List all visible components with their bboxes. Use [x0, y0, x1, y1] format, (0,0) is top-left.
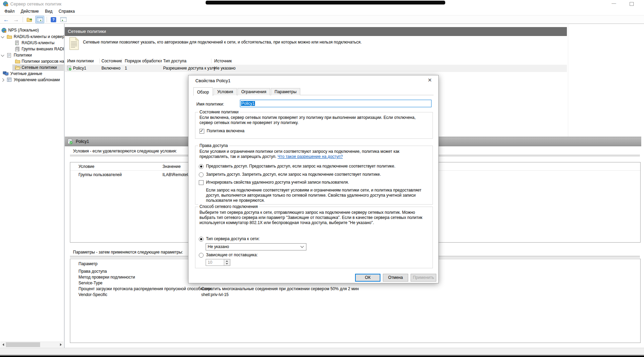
policy-properties-dialog: Свойства Policy1 ✕ Обзор Условия Огранич…	[188, 75, 439, 283]
apply-button[interactable]: Применить	[411, 274, 436, 282]
setting-value[interactable]: Сократить многоканальные соединения при …	[201, 286, 359, 292]
policy-list-row-policy1[interactable]: Policy1 Включено 1 Разрешение доступа к …	[65, 65, 567, 72]
tab-overview[interactable]: Обзор	[193, 87, 213, 96]
description-doc-icon	[69, 37, 79, 51]
policy-check-icon	[67, 65, 72, 72]
forward-button[interactable]: →	[12, 16, 20, 23]
dropdown-value: Не указано	[208, 244, 229, 249]
restore-icon	[630, 2, 634, 6]
grant-access-radio-row[interactable]: Предоставить доступ. Предоставить доступ…	[199, 164, 428, 169]
radio-selected-icon[interactable]	[199, 164, 204, 169]
checkbox-checked-icon[interactable]	[199, 129, 204, 134]
policy-doc-icon	[7, 53, 11, 59]
policy-enabled-checkbox-row[interactable]: Политика включена	[199, 128, 244, 134]
nps-console-window: Сервер сетевых политик — Файл Действие В…	[0, 0, 644, 357]
settings-section-label: Параметры - затем применяются следующие …	[73, 250, 183, 255]
tab-settings[interactable]: Параметры	[271, 88, 300, 95]
server-type-radio-row[interactable]: Тип сервера доступа к сети:	[199, 236, 260, 242]
scroll-left-button[interactable]	[0, 342, 6, 347]
tree-item-label: Сетевые политики	[22, 64, 57, 71]
tree-item-policies[interactable]: Политики	[0, 52, 64, 59]
access-permission-group: Права доступа Если условия и ограничения…	[195, 146, 433, 205]
vendor-specific-radio-row[interactable]: Зависящие от поставщика:	[199, 253, 258, 258]
menu-action[interactable]: Действие	[18, 8, 42, 14]
server-type-label: Тип сервера доступа к сети:	[206, 236, 260, 242]
radio-selected-icon[interactable]	[199, 237, 204, 242]
scroll-right-button[interactable]	[58, 342, 63, 347]
actions-pane-divider	[568, 24, 568, 137]
chevron-down-icon[interactable]	[1, 53, 4, 57]
menu-file[interactable]: Файл	[1, 8, 18, 14]
setting-name[interactable]: Процент загрузки протокола распределения…	[78, 286, 211, 292]
checkbox-unchecked-icon[interactable]	[199, 180, 204, 185]
chevron-right-icon[interactable]	[1, 78, 4, 82]
tree-item-connection-request-policies[interactable]: Политики запросов на подключение	[0, 58, 64, 65]
connection-method-legend: Способ сетевого подключения	[198, 204, 259, 209]
chevron-down-icon[interactable]	[1, 35, 4, 38]
radio-unselected-icon[interactable]	[199, 253, 204, 258]
ignore-dialin-checkbox-row[interactable]: Игнорировать свойства удаленного доступа…	[199, 180, 428, 185]
tree-item-templates-management[interactable]: Управление шаблонами	[0, 77, 64, 83]
tree-item-accounting[interactable]: Учетные данные	[0, 71, 64, 77]
menu-view[interactable]: Вид	[42, 8, 56, 14]
row-policy-source: Не указано	[214, 65, 235, 72]
tree-item-radius-clients[interactable]: RADIUS-клиенты	[0, 40, 64, 46]
setting-name[interactable]: Vendor-Specific	[78, 292, 107, 297]
policy-state-legend: Состояние политики	[198, 110, 240, 115]
column-header-access[interactable]: Тип доступа	[163, 58, 186, 64]
server-type-dropdown[interactable]: Не указано	[206, 243, 306, 250]
row-policy-access: Разрешение доступа к узлу	[163, 65, 216, 72]
help-button[interactable]: ?	[49, 16, 58, 23]
menu-help[interactable]: Справка	[56, 8, 78, 14]
conditions-col-value: Значение	[162, 164, 181, 169]
condition-name[interactable]: Группы пользователей	[78, 172, 122, 177]
setting-value[interactable]: shell:priv-lvl-15	[201, 292, 229, 297]
server-group-icon	[15, 47, 20, 52]
show-console-tree-button[interactable]	[35, 16, 44, 23]
column-header-state[interactable]: Состояние	[101, 58, 122, 64]
vendor-specific-label: Зависящие от поставщика:	[206, 253, 258, 258]
minimize-button[interactable]: —	[607, 0, 621, 8]
scroll-right-icon	[60, 343, 62, 346]
tab-conditions[interactable]: Условия	[214, 88, 237, 95]
column-header-name[interactable]: Имя политики	[67, 58, 94, 64]
policy-state-text: Если включена, сервер сетевых политик пр…	[199, 115, 426, 125]
computers-icon	[3, 71, 9, 77]
tree-item-nps-root[interactable]: NPS (Локально)	[0, 27, 64, 34]
tree-item-radius-clients-servers[interactable]: RADIUS-клиенты и серверы	[0, 34, 64, 40]
ok-button[interactable]: ОК	[355, 274, 380, 282]
scrollbar-thumb[interactable]	[6, 342, 40, 347]
connection-method-group: Способ сетевого подключения Выберите тип…	[195, 207, 433, 268]
policy-list-header: Имя политики Состояние Порядок обработки…	[65, 58, 567, 64]
row-policy-name: Policy1	[73, 65, 86, 72]
export-list-button[interactable]	[25, 16, 34, 23]
restore-button[interactable]	[624, 0, 639, 8]
access-permission-link[interactable]: Что такое разрешение на доступ?	[278, 154, 343, 159]
column-separator	[99, 59, 100, 63]
policy-name-input[interactable]: Policy1	[240, 100, 432, 107]
chevron-down-icon	[301, 245, 304, 248]
action-pane-icon	[60, 17, 66, 22]
dialog-close-button[interactable]: ✕	[426, 77, 434, 83]
deny-access-radio-row[interactable]: Запретить доступ. Запретить доступ, если…	[199, 172, 428, 177]
column-header-source[interactable]: Источник	[214, 58, 232, 64]
tree-item-remote-radius-groups[interactable]: Группы внешних RADIUS-серверов	[0, 46, 64, 52]
action-pane-button[interactable]	[59, 16, 68, 23]
setting-name[interactable]: Service-Type	[78, 280, 102, 286]
cancel-button[interactable]: Отмена	[383, 274, 408, 282]
spinner-up-icon[interactable]	[226, 260, 228, 262]
vendor-id-spinner[interactable]: 10	[206, 259, 230, 266]
results-description: Сетевые политики позволяют указать, кто …	[83, 40, 494, 45]
tree-horizontal-scrollbar[interactable]	[0, 342, 63, 347]
templates-icon	[7, 77, 12, 83]
tree-item-network-policies[interactable]: Сетевые политики	[0, 64, 64, 71]
toolbar-separator	[23, 17, 23, 22]
back-button[interactable]: ←	[2, 16, 10, 23]
spinner-down-icon[interactable]	[226, 263, 228, 264]
column-header-order[interactable]: Порядок обработки	[125, 58, 162, 64]
setting-name[interactable]: Метод проверки подлинности	[78, 274, 135, 280]
spinner-buttons[interactable]	[224, 259, 230, 266]
tab-constraints[interactable]: Ограничения	[238, 88, 270, 95]
radio-unselected-icon[interactable]	[199, 172, 204, 177]
setting-name[interactable]: Права доступа	[78, 269, 107, 274]
